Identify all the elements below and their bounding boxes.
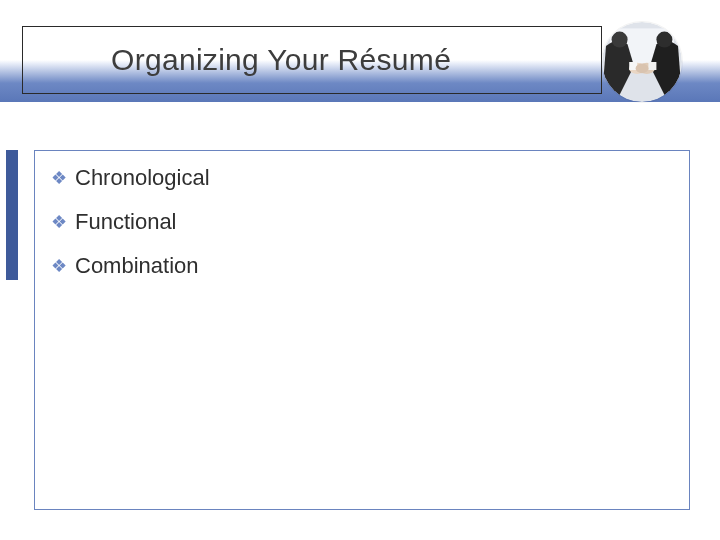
svg-point-9 [636, 64, 649, 74]
title-box: Organizing Your Résumé [22, 26, 602, 94]
svg-point-4 [656, 32, 672, 48]
page-title: Organizing Your Résumé [111, 43, 451, 77]
list-item: ❖ Combination [51, 253, 673, 279]
content-box: ❖ Chronological ❖ Functional ❖ Combinati… [34, 150, 690, 510]
diamond-bullet-icon: ❖ [51, 169, 67, 187]
bullet-label: Chronological [75, 165, 210, 191]
svg-rect-8 [648, 62, 656, 70]
bullet-label: Combination [75, 253, 199, 279]
side-accent [6, 150, 18, 280]
list-item: ❖ Chronological [51, 165, 673, 191]
list-item: ❖ Functional [51, 209, 673, 235]
diamond-bullet-icon: ❖ [51, 257, 67, 275]
handshake-badge [602, 22, 682, 102]
svg-point-3 [612, 32, 628, 48]
diamond-bullet-icon: ❖ [51, 213, 67, 231]
bullet-label: Functional [75, 209, 177, 235]
handshake-icon [602, 22, 682, 102]
